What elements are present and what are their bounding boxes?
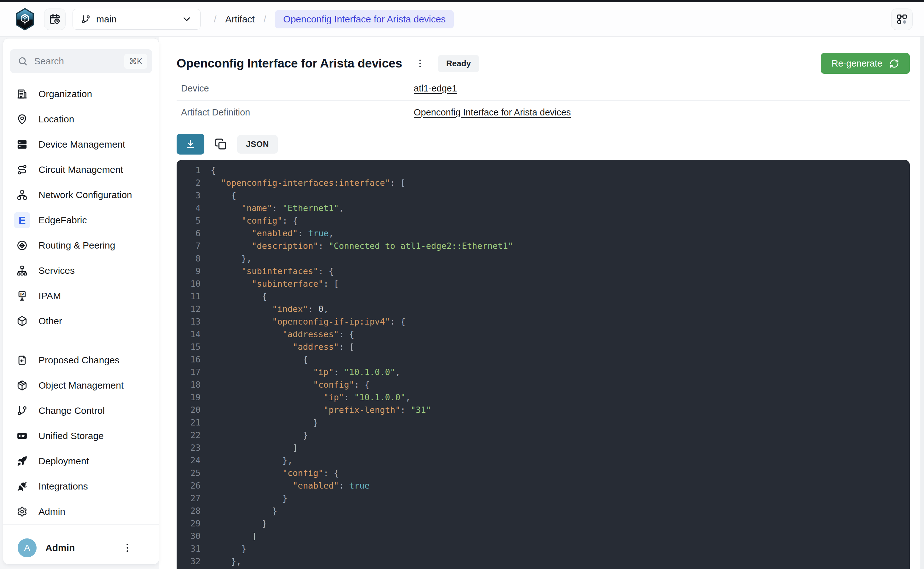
code-text: "openconfig-interfaces:interface": [ [211,176,406,189]
regenerate-label: Re-generate [831,58,882,69]
code-line: 27 } [176,492,910,505]
search-input[interactable] [34,56,118,67]
sidebar-item-label: Other [38,316,62,326]
breadcrumb-current[interactable]: Openconfig Interface for Arista devices [275,10,454,28]
line-number: 21 [176,416,201,429]
line-number: 31 [176,543,201,555]
code-line: 9 "subinterfaces": { [176,265,910,278]
topbar: main / Artifact / Openconfig Interface f… [0,2,924,37]
sidebar-item-deployment[interactable]: Deployment [10,449,152,474]
code-line: 8 }, [176,253,910,265]
window-top-strip [0,0,924,2]
code-line: 6 "enabled": true, [176,227,910,240]
package-icon [14,377,30,394]
code-text: "prefix-length": "31" [211,404,431,416]
sidebar-item-network-configuration[interactable]: Network Configuration [10,182,152,207]
line-number: 5 [176,215,201,227]
sidebar-item-organization[interactable]: Organization [10,81,152,106]
svg-text:IP: IP [20,292,24,297]
sidebar-item-proposed-changes[interactable]: Proposed Changes [10,348,152,373]
route-icon [14,161,30,178]
line-number: 27 [176,492,201,505]
field-value-link[interactable]: Openconfig Interface for Arista devices [414,107,571,118]
router-icon [14,237,30,254]
workflow-apps-button[interactable] [891,9,913,30]
sidebar-item-label: Network Configuration [38,190,132,200]
detail-fields: Deviceatl1-edge1Artifact DefinitionOpenc… [176,76,910,124]
sidebar-item-label: Organization [38,89,92,99]
line-number: 32 [176,555,201,568]
code-text: "enabled": true [211,479,369,492]
code-text: }, [211,555,242,568]
search-field[interactable]: ⌘K [10,49,152,73]
apps-grid-icon [896,13,908,25]
app-logo-icon[interactable] [15,8,35,30]
line-number: 30 [176,530,201,543]
code-line: 5 "config": { [176,215,910,227]
sidebar-item-integrations[interactable]: Integrations [10,474,152,499]
snapshot-date-button[interactable] [44,9,65,30]
page-title: Openconfig Interface for Arista devices [176,56,402,70]
kebab-menu-icon [415,58,426,69]
sidebar-item-label: EdgeFabric [38,215,87,225]
calendar-clock-icon [49,14,61,25]
git-branch-icon [14,402,30,419]
sidebar-item-routing-peering[interactable]: Routing & Peering [10,233,152,258]
plug-icon [14,478,30,494]
regenerate-button[interactable]: Re-generate [821,53,910,74]
download-icon [185,139,196,149]
sidebar-item-label: Device Management [38,139,125,150]
field-label: Device [176,83,414,94]
sidebar-item-device-management[interactable]: Device Management [10,132,152,157]
storage-icon [14,428,30,444]
user-row: A Admin [3,524,159,569]
copy-button[interactable] [213,138,229,151]
breadcrumb-separator: / [264,14,266,24]
code-line: 30 ] [176,530,910,543]
sidebar-item-label: Circuit Management [38,164,123,175]
code-text: "subinterface": [ [211,278,339,290]
code-line: 20 "prefix-length": "31" [176,404,910,416]
sidebar-item-ipam[interactable]: IPIPAM [10,283,152,309]
line-number: 8 [176,253,201,265]
sidebar-item-change-control[interactable]: Change Control [10,398,152,423]
line-number: 19 [176,391,201,404]
field-row: Deviceatl1-edge1 [176,76,910,100]
sidebar-item-admin[interactable]: Admin [10,499,152,524]
sidebar-item-edgefabric[interactable]: EEdgeFabric [10,207,152,233]
sidebar-item-label: Change Control [38,405,105,416]
code-text: "subinterfaces": { [211,265,334,278]
code-text: "addresses": { [211,328,354,341]
user-name: Admin [46,543,75,553]
line-number: 22 [176,429,201,441]
line-number: 1 [176,164,201,176]
kebab-menu-icon [122,542,133,554]
line-number: 16 [176,353,201,366]
code-text: } [211,543,246,555]
code-viewer[interactable]: 1{2 "openconfig-interfaces:interface": [… [176,160,910,569]
sidebar-item-services[interactable]: Services [10,258,152,283]
line-number: 25 [176,467,201,479]
download-button[interactable] [176,134,204,155]
user-menu-button[interactable] [122,542,133,554]
file-diff-icon [14,352,30,368]
code-text: "config": { [211,379,369,391]
page-scrollbar[interactable] [920,37,924,569]
line-number: 6 [176,227,201,240]
sidebar-item-location[interactable]: Location [10,106,152,132]
sidebar-item-circuit-management[interactable]: Circuit Management [10,157,152,182]
sidebar-item-object-management[interactable]: Object Management [10,373,152,398]
code-line: 7 "description": "Connected to atl1-edge… [176,240,910,253]
field-value-link[interactable]: atl1-edge1 [414,83,457,94]
line-number: 13 [176,315,201,328]
code-line: 2 "openconfig-interfaces:interface": [ [176,176,910,189]
title-menu-button[interactable] [415,58,426,69]
sidebar-item-unified-storage[interactable]: Unified Storage [10,423,152,449]
code-text: ] [211,441,298,454]
sidebar-item-other[interactable]: Other [10,309,152,334]
breadcrumb-item-artifact[interactable]: Artifact [225,14,254,24]
branch-selector[interactable]: main [73,9,201,30]
line-number: 15 [176,341,201,353]
code-line: 21 } [176,416,910,429]
code-line: 16 { [176,353,910,366]
